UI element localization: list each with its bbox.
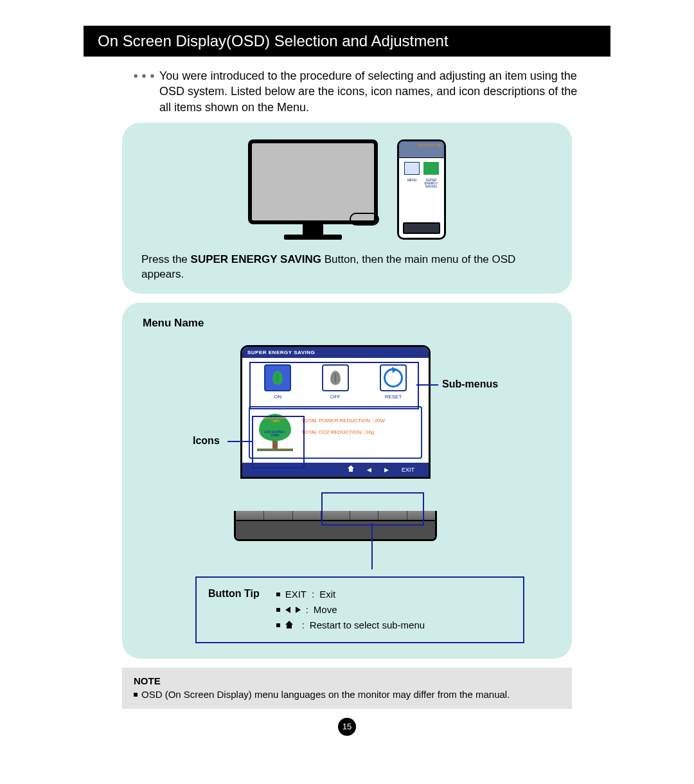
osd-reset-button[interactable]: RESET <box>374 364 413 400</box>
panel-caption: Press the SUPER ENERGY SAVING Button, th… <box>138 247 556 285</box>
nav-right-icon[interactable]: ▶ <box>384 467 389 473</box>
zoom-ses-cell: SUPER ENERGY SAVING <box>423 162 439 200</box>
menu-name-label: Menu Name <box>143 317 551 330</box>
bullet-icon <box>134 693 138 697</box>
zoom-menu-cell: MENU <box>404 162 420 200</box>
caption-bold: SUPER ENERGY SAVING <box>191 253 321 265</box>
zoom-header: ONITOR SE <box>399 141 444 158</box>
menu-icon <box>404 162 420 175</box>
icons-label: Icons <box>193 435 220 447</box>
nav-left-icon[interactable]: ◀ <box>367 467 371 473</box>
osd-frame: SUPER ENERGY SAVING ON OFF R <box>240 345 431 479</box>
intro-text: You were introduced to the procedure of … <box>134 68 591 115</box>
page-number: 15 <box>338 718 356 736</box>
tip-move-row: : Move <box>276 602 425 618</box>
monitor-illustration <box>248 139 378 240</box>
reset-icon <box>380 364 407 391</box>
button-tip-box: Button Tip EXIT : Exit : Move <box>195 576 524 643</box>
tip-exit-key: EXIT <box>285 587 307 602</box>
metric-co2: TOTAL CO2 REDUCTION : 16g <box>301 429 385 436</box>
page-number-wrap: 15 <box>84 718 610 736</box>
tree-icon: SUPER SAVING : 4Wh LED SAVING : 15Wh <box>256 414 294 451</box>
osd-off-button[interactable]: OFF <box>316 364 355 400</box>
on-icon <box>264 364 291 391</box>
diagram: SUPER ENERGY SAVING ON OFF R <box>138 340 556 571</box>
note-title: NOTE <box>134 675 560 686</box>
nav-exit-label[interactable]: EXIT <box>402 467 414 473</box>
left-arrow-icon <box>285 607 290 613</box>
osd-off-label: OFF <box>316 394 355 400</box>
button-tip-label: Button Tip <box>208 587 260 633</box>
intro-bullets-icon: ■ ■ ■ <box>134 72 156 79</box>
metric-power: TOTAL POWER REDUCTION : 20W <box>301 418 385 424</box>
tip-exit-desc: Exit <box>319 587 335 602</box>
panel-monitor: ONITOR SE MENU SUPER ENERGY SAVING Press… <box>122 123 572 294</box>
page: On Screen Display(OSD) Selection and Adj… <box>84 26 610 736</box>
note-text: OSD (On Screen Display) menu languages o… <box>141 689 510 700</box>
button-tip-list: EXIT : Exit : Move : Restart to select s… <box>276 587 425 633</box>
intro-block: ■ ■ ■ You were introduced to the procedu… <box>84 57 610 123</box>
off-icon <box>322 364 349 391</box>
note-block: NOTE OSD (On Screen Display) menu langua… <box>122 668 572 709</box>
zoom-menu-label: MENU <box>404 179 420 182</box>
submenus-label: Sub-menus <box>442 379 498 390</box>
tip-move-desc: Move <box>314 602 337 618</box>
osd-metrics: TOTAL POWER REDUCTION : 20W TOTAL CO2 RE… <box>301 413 385 451</box>
tip-restart-row: : Restart to select sub-menu <box>276 618 425 633</box>
monitor-base <box>234 511 437 541</box>
osd-info-panel: SUPER SAVING : 4Wh LED SAVING : 15Wh TOT… <box>249 406 422 459</box>
right-arrow-icon <box>296 607 301 613</box>
tip-restart-desc: Restart to select sub-menu <box>310 618 425 633</box>
osd-on-button[interactable]: ON <box>258 364 297 400</box>
super-energy-saving-icon <box>423 162 439 175</box>
tree-super-label: SUPER SAVING : 4Wh <box>262 416 288 423</box>
bullet-icon <box>276 623 280 627</box>
home-icon[interactable] <box>348 467 354 473</box>
bullet-icon <box>276 608 280 612</box>
section-title: On Screen Display(OSD) Selection and Adj… <box>84 26 610 57</box>
osd-submenu-row: ON OFF RESET <box>249 364 422 400</box>
osd-nav-bar: ◀ ▶ EXIT <box>242 463 429 477</box>
osd-on-label: ON <box>258 394 297 400</box>
caption-prefix: Press the <box>141 253 191 265</box>
bullet-icon <box>276 592 280 596</box>
note-body: OSD (On Screen Display) menu languages o… <box>134 689 560 700</box>
osd-reset-label: RESET <box>374 394 413 400</box>
panel-osd-diagram: Menu Name SUPER ENERGY SAVING ON OFF <box>122 303 572 659</box>
home-icon <box>285 621 293 629</box>
osd-title: SUPER ENERGY SAVING <box>242 347 429 358</box>
zoom-ses-label: SUPER ENERGY SAVING <box>423 179 439 189</box>
tree-led-label: LED SAVING : 15Wh <box>262 431 288 438</box>
monitor-callout-ring <box>350 213 379 226</box>
tip-exit-row: EXIT : Exit <box>276 587 425 602</box>
zoom-button-row <box>403 222 440 234</box>
monitor-zoom-illustration: ONITOR SE MENU SUPER ENERGY SAVING <box>397 139 446 240</box>
